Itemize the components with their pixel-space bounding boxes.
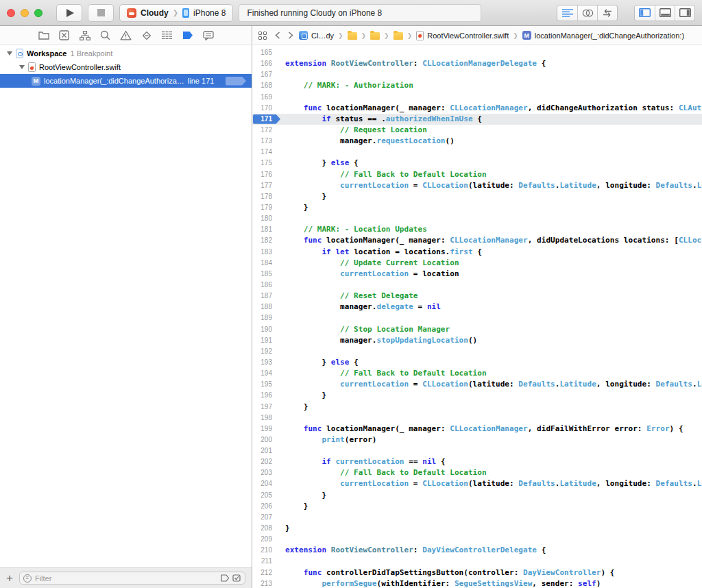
code-line[interactable]: 202 if currentLocation == nil { xyxy=(252,456,702,467)
line-number[interactable]: 201 xyxy=(252,445,280,456)
line-number[interactable]: 194 xyxy=(252,368,280,379)
symbol-navigator-icon[interactable] xyxy=(79,29,90,41)
line-number[interactable]: 212 xyxy=(252,567,280,578)
line-number[interactable]: 211 xyxy=(252,556,280,567)
code-line[interactable]: 184 // Update Current Location xyxy=(252,258,702,269)
line-number[interactable]: 180 xyxy=(252,213,280,224)
code-line[interactable]: 181 // MARK: - Location Updates xyxy=(252,224,702,235)
line-number[interactable]: 208 xyxy=(252,523,280,534)
breakpoint-indicator[interactable] xyxy=(226,77,246,86)
line-number[interactable]: 190 xyxy=(252,324,280,335)
show-enabled-breakpoints-icon[interactable] xyxy=(232,574,241,582)
line-number[interactable]: 168 xyxy=(252,80,280,91)
code-line[interactable]: 210extension RootViewController: DayView… xyxy=(252,545,702,556)
issue-navigator-icon[interactable] xyxy=(120,29,132,41)
line-number[interactable]: 173 xyxy=(252,136,280,147)
code-line[interactable]: 212 func controllerDidTapSettingsButton(… xyxy=(252,567,702,578)
code-line[interactable]: 192 xyxy=(252,346,702,357)
zoom-button[interactable] xyxy=(34,9,43,17)
code-line[interactable]: 205 } xyxy=(252,490,702,501)
line-number[interactable]: 171 xyxy=(252,114,280,125)
line-number[interactable]: 170 xyxy=(252,103,280,114)
back-button[interactable] xyxy=(273,32,282,39)
code-line[interactable]: 167 xyxy=(252,69,702,80)
project-navigator-icon[interactable] xyxy=(38,29,49,41)
code-line[interactable]: 200 print(error) xyxy=(252,434,702,445)
jumpbar-symbol[interactable]: locationManager(_:didChangeAuthorization… xyxy=(535,32,684,40)
stop-button[interactable] xyxy=(88,4,114,22)
code-line[interactable]: 166extension RootViewController: CLLocat… xyxy=(252,58,702,69)
version-editor-button[interactable] xyxy=(597,5,617,21)
code-line[interactable]: 182 func locationManager(_ manager: CLLo… xyxy=(252,235,702,246)
line-number[interactable]: 184 xyxy=(252,258,280,269)
code-line[interactable]: 168 // MARK: - Authorization xyxy=(252,80,702,91)
line-number[interactable]: 200 xyxy=(252,434,280,445)
folder-icon[interactable] xyxy=(394,32,403,40)
code-line[interactable]: 178 } xyxy=(252,191,702,202)
related-items-icon[interactable] xyxy=(258,32,267,40)
line-number[interactable]: 199 xyxy=(252,424,280,434)
code-line[interactable]: 194 // Fall Back to Default Location xyxy=(252,368,702,379)
line-number[interactable]: 178 xyxy=(252,191,280,202)
line-number[interactable]: 175 xyxy=(252,158,280,169)
toggle-navigator-button[interactable] xyxy=(635,5,655,21)
line-number[interactable]: 179 xyxy=(252,202,280,213)
line-number[interactable]: 181 xyxy=(252,224,280,235)
code-line[interactable]: 172 // Request Location xyxy=(252,125,702,136)
line-number[interactable]: 210 xyxy=(252,545,280,556)
code-line[interactable]: 206 } xyxy=(252,501,702,512)
breakpoint-navigator-icon[interactable] xyxy=(182,29,193,41)
code-line[interactable]: 174 xyxy=(252,147,702,158)
line-number[interactable]: 166 xyxy=(252,58,280,69)
code-line[interactable]: 201 xyxy=(252,445,702,456)
folder-icon[interactable] xyxy=(348,32,357,40)
line-number[interactable]: 198 xyxy=(252,413,280,424)
line-number[interactable]: 197 xyxy=(252,402,280,413)
source-editor[interactable]: 165166extension RootViewController: CLLo… xyxy=(252,45,702,588)
line-number[interactable]: 182 xyxy=(252,235,280,246)
breakpoint-row[interactable]: M locationManager(_:didChangeAuthoriza… … xyxy=(0,74,252,88)
jumpbar-file[interactable]: RootViewController.swift xyxy=(427,32,509,40)
toggle-debug-area-button[interactable] xyxy=(655,5,675,21)
add-breakpoint-button[interactable]: + xyxy=(6,572,13,584)
line-number[interactable]: 195 xyxy=(252,379,280,390)
code-line[interactable]: 171 if status == .authorizedWhenInUse { xyxy=(252,114,702,125)
line-number[interactable]: 196 xyxy=(252,390,280,401)
code-line[interactable]: 196 } xyxy=(252,390,702,401)
line-number[interactable]: 169 xyxy=(252,92,280,103)
line-number[interactable]: 193 xyxy=(252,357,280,368)
line-number[interactable]: 213 xyxy=(252,578,280,588)
code-line[interactable]: 190 // Stop Location Manager xyxy=(252,324,702,335)
code-line[interactable]: 169 xyxy=(252,92,702,103)
test-navigator-icon[interactable] xyxy=(141,29,152,41)
line-number[interactable]: 187 xyxy=(252,291,280,302)
scheme-selector[interactable]: Cloudy ❯ iPhone 8 xyxy=(119,4,233,22)
code-line[interactable]: 211 xyxy=(252,556,702,567)
code-line[interactable]: 175 } else { xyxy=(252,158,702,169)
minimize-button[interactable] xyxy=(21,9,29,17)
file-row[interactable]: RootViewController.swift xyxy=(0,60,252,74)
scheme-device[interactable]: iPhone 8 xyxy=(193,8,226,18)
code-line[interactable]: 165 xyxy=(252,47,702,58)
line-number[interactable]: 185 xyxy=(252,269,280,280)
line-number[interactable]: 167 xyxy=(252,69,280,80)
line-number[interactable]: 183 xyxy=(252,247,280,258)
scheme-name[interactable]: Cloudy xyxy=(141,8,169,18)
line-number[interactable]: 189 xyxy=(252,313,280,323)
code-line[interactable]: 207 xyxy=(252,512,702,523)
code-line[interactable]: 197 } xyxy=(252,402,702,413)
code-line[interactable]: 176 // Fall Back to Default Location xyxy=(252,169,702,180)
line-number[interactable]: 188 xyxy=(252,302,280,313)
code-line[interactable]: 188 manager.delegate = nil xyxy=(252,302,702,313)
line-number[interactable]: 172 xyxy=(252,125,280,136)
code-line[interactable]: 179 } xyxy=(252,202,702,213)
disclosure-triangle-icon[interactable] xyxy=(7,51,12,56)
assistant-editor-button[interactable] xyxy=(577,5,597,21)
folder-icon[interactable] xyxy=(370,32,380,40)
code-line[interactable]: 209 xyxy=(252,534,702,545)
code-line[interactable]: 186 xyxy=(252,280,702,291)
filter-field[interactable]: ≡ Filter xyxy=(19,572,245,585)
jumpbar-project[interactable]: Cl…dy xyxy=(311,32,334,40)
debug-navigator-icon[interactable] xyxy=(161,29,173,41)
standard-editor-button[interactable] xyxy=(557,5,577,21)
